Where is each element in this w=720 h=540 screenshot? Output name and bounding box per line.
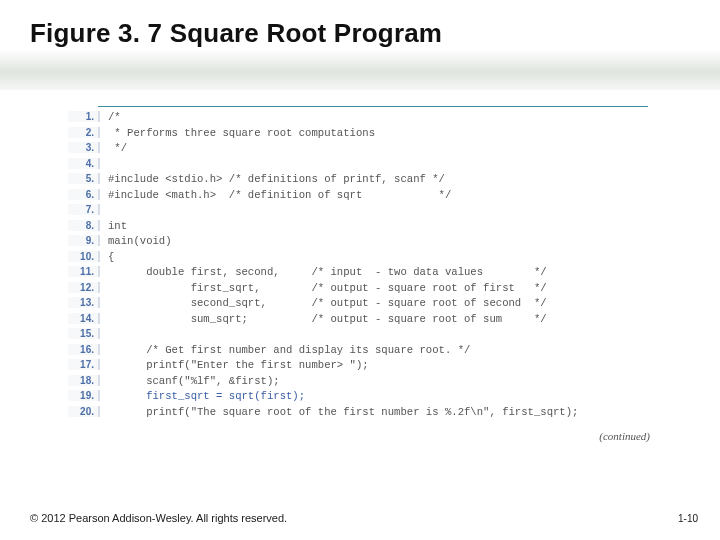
copyright-footer: © 2012 Pearson Addison-Wesley. All right… <box>30 512 287 524</box>
line-number: 9. <box>68 235 100 246</box>
code-row: 9.main(void) <box>68 235 658 251</box>
code-row: 6.#include <math.h> /* definition of sqr… <box>68 189 658 205</box>
top-rule <box>98 106 648 107</box>
code-text: { <box>108 251 114 263</box>
line-number: 17. <box>68 359 100 370</box>
line-number: 18. <box>68 375 100 386</box>
code-text: * Performs three square root computation… <box>108 127 375 139</box>
figure-number: Figure 3. 7 <box>30 18 162 48</box>
line-number: 6. <box>68 189 100 200</box>
line-number: 11. <box>68 266 100 277</box>
line-number: 16. <box>68 344 100 355</box>
code-row: 14. sum_sqrt; /* output - square root of… <box>68 313 658 329</box>
line-number: 4. <box>68 158 100 169</box>
code-text: #include <math.h> /* definition of sqrt … <box>108 189 451 201</box>
code-row: 16. /* Get first number and display its … <box>68 344 658 360</box>
code-row: 19. first_sqrt = sqrt(first); <box>68 390 658 406</box>
code-row: 8.int <box>68 220 658 236</box>
code-text: sum_sqrt; /* output - square root of sum… <box>108 313 547 325</box>
code-listing: 1./*2. * Performs three square root comp… <box>68 106 658 421</box>
code-text: int <box>108 220 127 232</box>
code-text: printf("Enter the first number> "); <box>108 359 369 371</box>
code-text: printf("The square root of the first num… <box>108 406 578 418</box>
code-row: 3. */ <box>68 142 658 158</box>
line-number: 5. <box>68 173 100 184</box>
code-row: 13. second_sqrt, /* output - square root… <box>68 297 658 313</box>
code-row: 15. <box>68 328 658 344</box>
line-number: 14. <box>68 313 100 324</box>
code-row: 18. scanf("%lf", &first); <box>68 375 658 391</box>
page-number: 1-10 <box>678 513 698 524</box>
slide: Figure 3. 7 Square Root Program 1./*2. *… <box>0 0 720 540</box>
code-text: first_sqrt, /* output - square root of f… <box>108 282 547 294</box>
code-row: 2. * Performs three square root computat… <box>68 127 658 143</box>
code-row: 4. <box>68 158 658 174</box>
code-text: second_sqrt, /* output - square root of … <box>108 297 547 309</box>
code-row: 1./* <box>68 111 658 127</box>
continued-label: (continued) <box>599 430 650 442</box>
code-text: scanf("%lf", &first); <box>108 375 280 387</box>
figure-title: Figure 3. 7 Square Root Program <box>30 18 442 49</box>
figure-caption: Square Root Program <box>162 18 442 48</box>
code-text: /* <box>108 111 121 123</box>
line-number: 8. <box>68 220 100 231</box>
line-number: 15. <box>68 328 100 339</box>
line-number: 20. <box>68 406 100 417</box>
line-number: 10. <box>68 251 100 262</box>
code-row: 11. double first, second, /* input - two… <box>68 266 658 282</box>
code-row: 20. printf("The square root of the first… <box>68 406 658 422</box>
line-number: 12. <box>68 282 100 293</box>
line-number: 19. <box>68 390 100 401</box>
code-text: /* Get first number and display its squa… <box>108 344 470 356</box>
code-text: double first, second, /* input - two dat… <box>108 266 547 278</box>
line-number: 13. <box>68 297 100 308</box>
code-row: 7. <box>68 204 658 220</box>
code-text: */ <box>108 142 127 154</box>
code-text: first_sqrt = sqrt(first); <box>108 390 305 402</box>
code-text: main(void) <box>108 235 172 247</box>
line-number: 2. <box>68 127 100 138</box>
code-row: 5.#include <stdio.h> /* definitions of p… <box>68 173 658 189</box>
code-row: 10.{ <box>68 251 658 267</box>
line-number: 7. <box>68 204 100 215</box>
code-row: 12. first_sqrt, /* output - square root … <box>68 282 658 298</box>
line-number: 1. <box>68 111 100 122</box>
code-row: 17. printf("Enter the first number> "); <box>68 359 658 375</box>
code-text: #include <stdio.h> /* definitions of pri… <box>108 173 445 185</box>
line-number: 3. <box>68 142 100 153</box>
